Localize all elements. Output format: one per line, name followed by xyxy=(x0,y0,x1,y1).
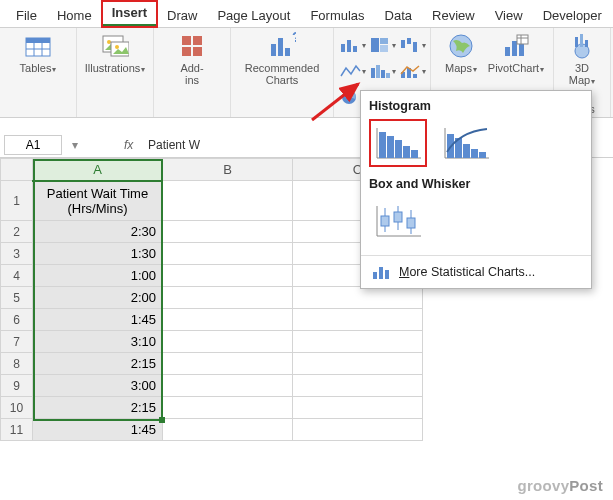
svg-rect-41 xyxy=(519,44,524,56)
cell-a10[interactable]: 2:15 xyxy=(33,397,163,419)
cell-a4[interactable]: 1:00 xyxy=(33,265,163,287)
cell-a2[interactable]: 2:30 xyxy=(33,221,163,243)
tab-developer[interactable]: Developer xyxy=(533,4,612,27)
svg-rect-40 xyxy=(512,41,517,56)
svg-rect-23 xyxy=(401,40,405,48)
cell-a3[interactable]: 1:30 xyxy=(33,243,163,265)
recommended-charts-button[interactable]: ? Recommended Charts xyxy=(239,32,325,86)
fx-icon[interactable]: fx xyxy=(124,138,144,152)
3d-map-button[interactable]: 3D Map▾ xyxy=(562,32,602,88)
pivotchart-button[interactable]: PivotChart▾ xyxy=(487,32,545,76)
dropdown-section-histogram: Histogram xyxy=(369,99,583,113)
pivotchart-label: PivotChart▾ xyxy=(488,62,544,76)
addins-button[interactable]: Add- ins xyxy=(162,32,222,86)
svg-rect-52 xyxy=(387,136,394,158)
row-header-6[interactable]: 6 xyxy=(1,309,33,331)
cell-a1[interactable]: Patient Wait Time (Hrs/Mins) xyxy=(33,181,163,221)
tab-home[interactable]: Home xyxy=(47,4,102,27)
svg-rect-55 xyxy=(411,150,418,158)
row-header-4[interactable]: 4 xyxy=(1,265,33,287)
svg-point-8 xyxy=(115,45,119,49)
cell-a8[interactable]: 2:15 xyxy=(33,353,163,375)
combo-chart-button[interactable]: ▾ xyxy=(398,60,426,82)
row-header-2[interactable]: 2 xyxy=(1,221,33,243)
svg-rect-26 xyxy=(371,68,375,78)
waterfall-chart-button[interactable]: ▾ xyxy=(398,34,426,56)
col-header-a[interactable]: A xyxy=(33,159,163,181)
svg-rect-51 xyxy=(379,132,386,158)
tab-page-layout[interactable]: Page Layout xyxy=(207,4,300,27)
maps-label: Maps▾ xyxy=(445,62,477,76)
histogram-chart-option[interactable] xyxy=(369,119,427,167)
svg-rect-9 xyxy=(182,36,191,45)
svg-rect-29 xyxy=(386,73,390,78)
svg-rect-48 xyxy=(585,40,588,47)
tab-review[interactable]: Review xyxy=(422,4,485,27)
tab-formulas[interactable]: Formulas xyxy=(300,4,374,27)
row-header-11[interactable]: 11 xyxy=(1,419,33,441)
cell-a5[interactable]: 2:00 xyxy=(33,287,163,309)
name-box-dropdown[interactable]: ▾ xyxy=(66,138,84,152)
pictures-icon xyxy=(101,32,129,60)
svg-rect-13 xyxy=(271,44,276,56)
svg-rect-42 xyxy=(517,35,528,44)
row-header-10[interactable]: 10 xyxy=(1,397,33,419)
svg-rect-19 xyxy=(353,46,357,52)
box-whisker-icon xyxy=(373,202,423,240)
3d-map-label: 3D Map▾ xyxy=(569,62,595,88)
tables-button[interactable]: Tables▾ xyxy=(8,32,68,76)
recommended-charts-icon: ? xyxy=(268,32,296,60)
tab-draw[interactable]: Draw xyxy=(157,4,207,27)
name-box[interactable]: A1 xyxy=(4,135,62,155)
tab-file[interactable]: File xyxy=(6,4,47,27)
svg-rect-72 xyxy=(379,267,383,279)
tab-insert[interactable]: Insert xyxy=(102,1,157,27)
svg-rect-12 xyxy=(193,47,202,56)
maps-button[interactable]: Maps▾ xyxy=(439,32,483,76)
cell-a9[interactable]: 3:00 xyxy=(33,375,163,397)
tab-view[interactable]: View xyxy=(485,4,533,27)
addins-label: Add- ins xyxy=(180,62,203,86)
svg-rect-32 xyxy=(413,74,417,78)
dropdown-section-boxwhisker: Box and Whisker xyxy=(369,177,583,191)
svg-rect-68 xyxy=(394,212,402,222)
svg-rect-70 xyxy=(407,218,415,228)
svg-rect-24 xyxy=(407,38,411,44)
statistic-charts-dropdown: Histogram Box and Whisker More Statistic… xyxy=(360,90,592,289)
column-chart-button[interactable]: ▾ xyxy=(338,34,366,56)
more-statistical-charts-link[interactable]: More Statistical Charts... xyxy=(369,260,583,284)
cell-a6[interactable]: 1:45 xyxy=(33,309,163,331)
illustrations-button[interactable]: Illustrations▾ xyxy=(85,32,145,76)
svg-rect-61 xyxy=(471,149,478,158)
globe-icon xyxy=(447,32,475,60)
svg-rect-39 xyxy=(505,47,510,56)
row-header-7[interactable]: 7 xyxy=(1,331,33,353)
watermark: groovyPost xyxy=(517,477,603,494)
tab-data[interactable]: Data xyxy=(375,4,422,27)
row-header-5[interactable]: 5 xyxy=(1,287,33,309)
recommended-charts-label: Recommended Charts xyxy=(245,62,320,86)
pivotchart-icon xyxy=(502,32,530,60)
svg-text:?: ? xyxy=(292,32,296,45)
pareto-chart-option[interactable] xyxy=(437,119,495,167)
svg-rect-62 xyxy=(479,152,486,158)
row-header-9[interactable]: 9 xyxy=(1,375,33,397)
row-header-1[interactable]: 1 xyxy=(1,181,33,221)
box-whisker-chart-option[interactable] xyxy=(369,197,427,245)
svg-rect-54 xyxy=(403,146,410,158)
col-header-b[interactable]: B xyxy=(163,159,293,181)
row-header-8[interactable]: 8 xyxy=(1,353,33,375)
ribbon-tabstrip: File Home Insert Draw Page Layout Formul… xyxy=(0,0,613,28)
svg-rect-66 xyxy=(381,216,389,226)
hierarchy-chart-button[interactable]: ▾ xyxy=(368,34,396,56)
svg-rect-17 xyxy=(341,44,345,52)
svg-point-6 xyxy=(107,40,111,44)
statistic-chart-button[interactable]: ▾ xyxy=(368,60,396,82)
3d-map-icon xyxy=(568,32,596,60)
cell-a7[interactable]: 3:10 xyxy=(33,331,163,353)
line-chart-button[interactable]: ▾ xyxy=(338,60,366,82)
row-header-3[interactable]: 3 xyxy=(1,243,33,265)
pareto-icon xyxy=(441,124,491,162)
cell-a11[interactable]: 1:45 xyxy=(33,419,163,441)
select-all-corner[interactable] xyxy=(1,159,33,181)
